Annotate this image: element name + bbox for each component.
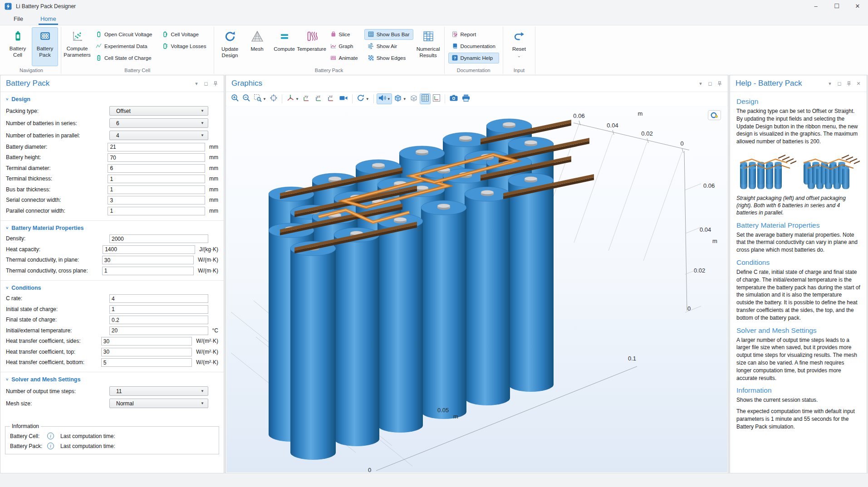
scene-camera-button[interactable] <box>338 93 349 104</box>
maximize-button[interactable]: ☐ <box>826 0 847 12</box>
c-rate-input[interactable] <box>109 294 208 303</box>
graphics-3d-scene[interactable]: 0.060.040.020m0.060.040.020m0.10.050m <box>226 106 727 472</box>
transparent-box-button[interactable] <box>408 93 419 104</box>
packing-type-select[interactable]: Offset▼ <box>109 106 208 116</box>
heat-transfer-coefficient-sides-input[interactable] <box>101 337 192 346</box>
battery-pack-button[interactable]: Battery Pack <box>32 27 58 66</box>
animate-button[interactable]: Animate <box>327 53 362 63</box>
screenshot-button[interactable] <box>448 93 460 104</box>
rotate-button[interactable]: ▼ <box>355 93 371 104</box>
view-xz-button[interactable]: xz <box>325 93 337 104</box>
number-of-output-time-steps-select[interactable]: 11▼ <box>109 386 208 396</box>
chevron-down-icon[interactable]: ▼ <box>366 97 369 101</box>
battery-cell-button[interactable]: Battery Cell <box>5 27 31 66</box>
info-icon[interactable]: i <box>47 443 54 449</box>
zoom-extents-button[interactable] <box>268 93 279 104</box>
comsol-logo-button[interactable] <box>708 110 721 120</box>
graphics-3d-viewport[interactable]: 0.060.040.020m0.060.040.020m0.10.050m <box>226 106 727 472</box>
update-design-button[interactable]: Update Design <box>217 27 243 66</box>
numerical-results-button[interactable]: Numerical Results <box>415 27 441 66</box>
help-heading-solver-and-mesh-settings[interactable]: Solver and Mesh Settings <box>736 326 860 335</box>
show-bus-bar-button[interactable]: Show Bus Bar <box>364 29 413 40</box>
thermal-conductivity-cross-plane-input[interactable] <box>102 267 194 275</box>
menu-file[interactable]: File <box>11 14 26 25</box>
open-circuit-voltage-button[interactable]: Open Circuit Voltage <box>92 29 156 40</box>
slice-button[interactable]: Slice <box>327 29 362 40</box>
show-edges-button[interactable]: Show Edges <box>364 53 413 63</box>
cell-state-of-charge-button[interactable]: Cell State of Charge <box>92 53 156 63</box>
show-air-button[interactable]: Show Air <box>364 41 413 52</box>
heat-transfer-coefficient-bottom-input[interactable] <box>101 358 192 367</box>
grid-button[interactable] <box>420 93 431 104</box>
panel-menu-icon[interactable]: ▾ <box>827 81 833 86</box>
heat-transfer-coefficient-top-input[interactable] <box>101 348 192 356</box>
chevron-down-icon[interactable]: ▼ <box>387 97 391 101</box>
axis-orientation-button[interactable]: ▼ <box>285 93 300 104</box>
help-heading-conditions[interactable]: Conditions <box>736 258 860 267</box>
help-heading-information[interactable]: Information <box>736 386 860 394</box>
bus-bar-thickness-input[interactable] <box>108 185 205 194</box>
compute-button[interactable]: Compute <box>271 27 298 66</box>
battery-height-input[interactable] <box>108 153 205 162</box>
initial-external-temperature-input[interactable] <box>109 326 208 335</box>
panel-float-icon[interactable]: ◻ <box>203 81 209 86</box>
panel-menu-icon[interactable]: ▾ <box>698 81 703 86</box>
zoom-in-button[interactable] <box>230 93 240 104</box>
panel-pin-icon[interactable] <box>717 81 722 86</box>
terminal-thickness-input[interactable] <box>108 175 205 183</box>
section-header-design[interactable]: ˅Design <box>0 92 224 105</box>
panel-pin-icon[interactable] <box>846 81 852 86</box>
report-button[interactable]: Report <box>448 29 499 40</box>
axes-box-button[interactable] <box>431 93 442 104</box>
documentation-button[interactable]: Documentation <box>448 41 499 52</box>
open-circuit-voltage-label: Open Circuit Voltage <box>104 32 152 37</box>
heat-capacity-input[interactable] <box>103 245 195 254</box>
panel-float-icon[interactable]: ◻ <box>707 81 713 86</box>
panel-close-icon[interactable]: ✕ <box>856 81 861 86</box>
cell-voltage-button[interactable]: Cell Voltage <box>158 29 210 40</box>
number-of-batteries-in-series-select[interactable]: 6▼ <box>109 118 208 128</box>
view-yz-button[interactable]: yz <box>313 93 325 104</box>
zoom-box-button[interactable]: ▼ <box>252 93 268 104</box>
final-state-of-charge-input[interactable] <box>109 316 208 324</box>
graph-button[interactable]: Graph <box>327 41 362 52</box>
parallel-connector-width-input[interactable] <box>108 207 205 215</box>
chevron-down-icon[interactable]: ▼ <box>295 97 299 101</box>
menu-home[interactable]: Home <box>38 14 59 25</box>
chevron-down-icon[interactable]: ▼ <box>263 97 266 101</box>
section-header-solver-and-mesh-settings[interactable]: ˅Solver and Mesh Settings <box>0 372 224 385</box>
panel-menu-icon[interactable]: ▾ <box>194 81 199 86</box>
initial-state-of-charge-input[interactable] <box>109 305 208 314</box>
chevron-down-icon[interactable]: ⌄ <box>518 54 521 58</box>
view-xy-button[interactable]: xy <box>301 93 313 104</box>
reset-button[interactable]: Reset⌄ <box>506 27 532 66</box>
environment-button[interactable]: ▼ <box>392 93 408 104</box>
density-input[interactable] <box>109 234 208 243</box>
section-header-battery-material-properties[interactable]: ˅Battery Material Properties <box>0 221 224 234</box>
mesh-size-select[interactable]: Normal▼ <box>109 399 208 408</box>
thermal-conductivity-in-plane-input[interactable] <box>102 256 194 264</box>
temperature-button[interactable]: Temperature <box>299 27 325 66</box>
help-heading-design[interactable]: Design <box>736 97 860 106</box>
print-button[interactable] <box>460 93 472 104</box>
mesh-button[interactable]: Mesh <box>244 27 270 66</box>
voltage-losses-button[interactable]: Voltage Losses <box>158 41 210 52</box>
section-header-conditions[interactable]: ˅Conditions <box>0 281 224 293</box>
serial-connector-width-input[interactable] <box>108 196 205 205</box>
zoom-out-button[interactable] <box>241 93 252 104</box>
terminal-diameter-input[interactable] <box>108 164 205 173</box>
battery-diameter-input[interactable] <box>108 143 205 151</box>
mesh-label: Mesh <box>250 46 263 53</box>
minimize-button[interactable]: – <box>805 0 826 12</box>
chevron-down-icon[interactable]: ▼ <box>403 97 407 101</box>
dynamic-help-button[interactable]: ?Dynamic Help <box>448 53 499 63</box>
panel-pin-icon[interactable] <box>213 81 218 86</box>
scene-light-button[interactable]: ▼ <box>377 93 392 104</box>
close-button[interactable]: ✕ <box>847 0 868 12</box>
panel-float-icon[interactable]: ◻ <box>837 81 842 86</box>
help-heading-battery-material-properties[interactable]: Battery Material Properties <box>736 221 860 229</box>
experimental-data-button[interactable]: Experimental Data <box>92 41 156 52</box>
info-icon[interactable]: i <box>47 433 54 439</box>
number-of-batteries-in-parallel-select[interactable]: 4▼ <box>109 131 208 140</box>
compute-parameters-button[interactable]: Compute Parameters <box>64 27 90 66</box>
